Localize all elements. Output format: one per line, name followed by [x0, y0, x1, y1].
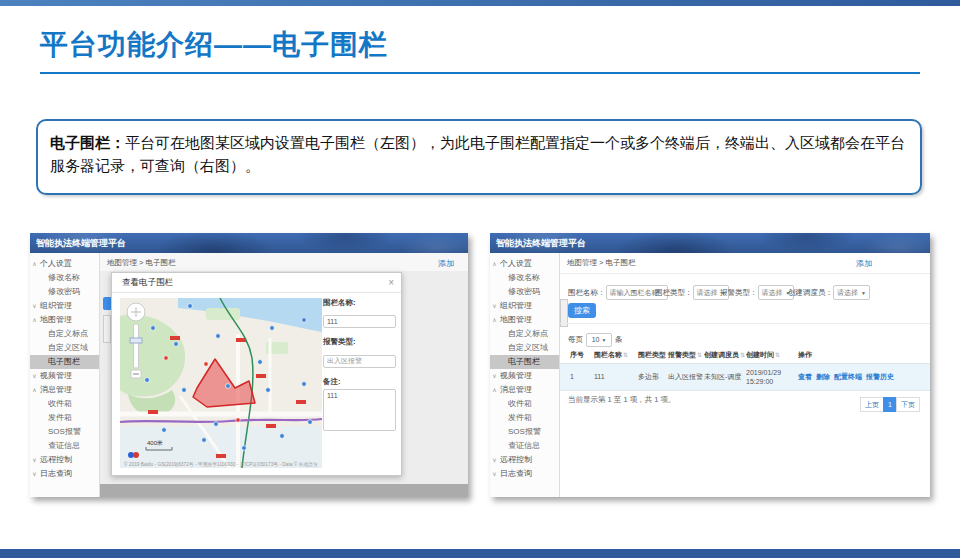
sidebar-item[interactable]: ∨日志查询 — [30, 467, 99, 481]
sidebar-item[interactable]: ∧地图管理 — [30, 313, 99, 327]
sidebar-item[interactable]: 查证信息 — [490, 439, 559, 453]
sidebar-item[interactable]: 修改密码 — [30, 285, 99, 299]
cell-created-time: 2019/01/2915:29:00 — [746, 364, 798, 386]
intro-text-box: 电子围栏：平台可在地图某区域内设置电子围栏（左图），为此电子围栏配置指定一个或多… — [36, 119, 922, 195]
sidebar-item[interactable]: ∧个人设置 — [490, 257, 559, 271]
sidebar-item[interactable]: ∨组织管理 — [490, 299, 559, 313]
slide-title: 平台功能介绍——电子围栏 — [40, 26, 388, 64]
sidebar-item-label: 修改名称 — [508, 273, 540, 282]
sort-icon: ⇅ — [623, 352, 628, 358]
view-fence-modal: 查看电子围栏 × — [111, 272, 402, 476]
sidebar-item[interactable]: ∨远程控制 — [490, 453, 559, 467]
remark-label: 备注: — [323, 377, 396, 387]
close-icon[interactable]: × — [388, 273, 394, 292]
add-link[interactable]: 添加 — [856, 258, 872, 269]
table-header-cell[interactable]: 报警类型⇅ — [668, 347, 704, 363]
collapse-tab[interactable] — [103, 315, 111, 343]
sidebar-item[interactable]: ∧个人设置 — [30, 257, 99, 271]
sidebar-item[interactable]: SOS报警 — [490, 425, 559, 439]
sidebar-item[interactable]: 收件箱 — [490, 397, 559, 411]
table-header-label: 创建时间 — [746, 351, 774, 358]
sidebar-item[interactable]: 收件箱 — [30, 397, 99, 411]
sidebar-item[interactable]: ∨组织管理 — [30, 299, 99, 313]
chevron-icon: ∨ — [30, 453, 39, 467]
map-attribution: © 2019 Baidu - GS(2019)6372号 - 甲测资字11009… — [124, 461, 318, 468]
breadcrumb: 地图管理 > 电子围栏 — [567, 258, 636, 268]
sidebar-item[interactable]: 修改密码 — [490, 285, 559, 299]
created-date: 2019/01/29 — [746, 369, 781, 376]
app-header: 智能执法终端管理平台 — [490, 233, 930, 253]
chevron-icon: ∨ — [490, 467, 499, 481]
chevron-icon: ∨ — [30, 299, 39, 313]
chevron-icon: ∧ — [490, 257, 499, 271]
search-button[interactable]: 搜索 — [568, 303, 596, 318]
sidebar-item[interactable]: ∨视频管理 — [490, 369, 559, 383]
sidebar: ∧个人设置 修改名称 修改密码 ∨组织管理 ∧地图管理 自定义标点 自定义区 — [30, 253, 100, 497]
dispatcher-select[interactable]: 请选择▼ — [833, 285, 870, 300]
chevron-icon: ∧ — [30, 313, 39, 327]
sidebar-item[interactable]: ∧消息管理 — [30, 383, 99, 397]
sidebar-item-label: 日志查询 — [500, 469, 532, 478]
remark-field[interactable]: 111 — [323, 389, 396, 431]
alarm-type-field[interactable] — [323, 355, 396, 368]
sidebar-item[interactable]: 修改名称 — [490, 271, 559, 285]
next-page-button[interactable]: 下页 — [896, 397, 920, 412]
sidebar-item[interactable]: 自定义标点 — [490, 327, 559, 341]
sidebar-item-label: 个人设置 — [40, 259, 72, 268]
chevron-icon: ∧ — [490, 313, 499, 327]
sidebar-item-label: 远程控制 — [40, 455, 72, 464]
action-link[interactable]: 配置终端 — [834, 373, 862, 380]
table-footer-info: 当前显示第 1 至 1 项，共 1 项。 — [568, 395, 676, 405]
page-size-value: 10 — [592, 336, 600, 343]
sidebar-item-label: 地图管理 — [500, 315, 532, 324]
page-size-select[interactable]: 10 ▼ — [586, 333, 612, 347]
sidebar-item-label: 消息管理 — [40, 385, 72, 394]
screenshot-fence-list: 智能执法终端管理平台 ∧个人设置 修改名称 修改密码 ∨组织管理 ∧地图管理 — [490, 233, 930, 497]
breadcrumb: 地图管理 > 电子围栏 — [107, 258, 176, 268]
fence-map[interactable]: 400米 © 2019 Baidu - GS(2019)6372号 - 甲测资字… — [120, 298, 322, 468]
table-header-cell[interactable]: 围栏名称⇅ — [594, 347, 638, 363]
fence-form: 围栏名称: 报警类型: 备注: 111 — [323, 298, 396, 435]
sidebar-item[interactable]: 查证信息 — [30, 439, 99, 453]
table-row[interactable]: 1 111 多边形 出入区报警 未知区-调度 2019/01/2915:29:0… — [560, 363, 930, 391]
table-header-label: 序号 — [570, 351, 584, 358]
sidebar-item[interactable]: 自定义区域 — [490, 341, 559, 355]
main-content: 地图管理 > 电子围栏 添加 查看电子围栏 × — [100, 253, 468, 497]
table-header-cell[interactable]: 创建调度员⇅ — [704, 347, 746, 363]
sidebar-item[interactable]: 电子围栏 — [490, 355, 559, 369]
sidebar-item[interactable]: 电子围栏 — [30, 355, 99, 369]
chevron-icon: ∨ — [490, 369, 499, 383]
action-link[interactable]: 查看 — [798, 373, 812, 380]
sidebar-item[interactable]: 自定义标点 — [30, 327, 99, 341]
caret-down-icon: ▼ — [861, 290, 866, 296]
page-1-button[interactable]: 1 — [883, 397, 897, 412]
sidebar-item[interactable]: 发件箱 — [30, 411, 99, 425]
intro-bold: 电子围栏： — [50, 134, 125, 151]
cell-seq: 1 — [570, 364, 594, 390]
sidebar-item[interactable]: ∨日志查询 — [490, 467, 559, 481]
sidebar-item[interactable]: ∧消息管理 — [490, 383, 559, 397]
table-header-cell[interactable]: 序号 — [570, 347, 594, 363]
table-header-cell[interactable]: 创建时间⇅ — [746, 347, 798, 363]
table-header-label: 围栏名称 — [594, 351, 622, 358]
sidebar-item[interactable]: 发件箱 — [490, 411, 559, 425]
sidebar-item-label: 修改名称 — [48, 273, 80, 282]
fence-type-select-value: 请选择 — [697, 289, 718, 296]
sidebar-item[interactable]: ∨视频管理 — [30, 369, 99, 383]
chevron-icon: ∧ — [30, 383, 39, 397]
prev-page-button[interactable]: 上页 — [860, 397, 884, 412]
sidebar-item[interactable]: 自定义区域 — [30, 341, 99, 355]
sidebar-item[interactable]: ∧地图管理 — [490, 313, 559, 327]
sidebar-item-label: 日志查询 — [40, 469, 72, 478]
table-header-cell[interactable]: 围栏类型⇅ — [638, 347, 668, 363]
sidebar-item[interactable]: 修改名称 — [30, 271, 99, 285]
sidebar-item[interactable]: SOS报警 — [30, 425, 99, 439]
sidebar-item-label: 自定义标点 — [508, 329, 548, 338]
sidebar-item[interactable]: ∨远程控制 — [30, 453, 99, 467]
fence-name-field[interactable] — [323, 315, 396, 328]
action-link[interactable]: 删除 — [816, 373, 830, 380]
add-link[interactable]: 添加 — [438, 258, 454, 269]
table-header-cell[interactable]: 操作 — [798, 347, 922, 363]
cell-alarm-type: 出入区报警 — [668, 364, 704, 390]
action-link[interactable]: 报警历史 — [866, 373, 894, 380]
